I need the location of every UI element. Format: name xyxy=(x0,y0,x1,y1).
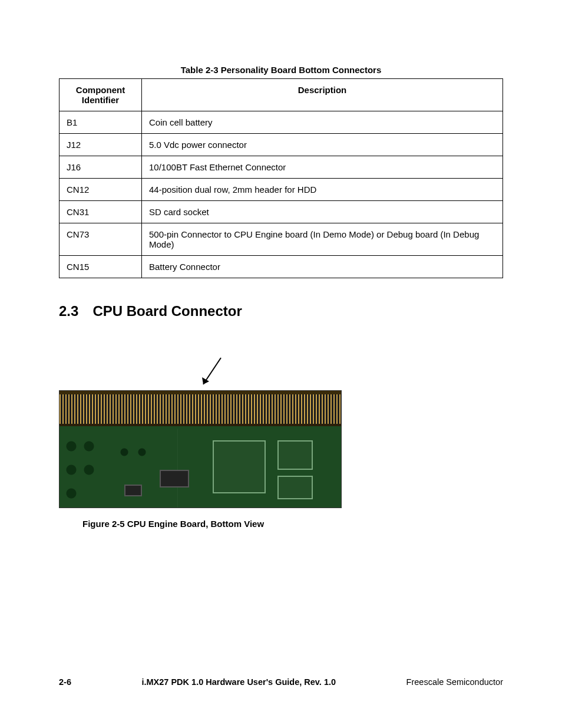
table-row: J12 5.0 Vdc power connector xyxy=(59,134,503,156)
cell-id: CN15 xyxy=(59,256,142,278)
cell-id: CN73 xyxy=(59,223,142,256)
table-row: CN12 44-position dual row, 2mm header fo… xyxy=(59,179,503,201)
page-footer: 2-6 i.MX27 PDK 1.0 Hardware User's Guide… xyxy=(59,677,503,687)
figure-caption: Figure 2-5 CPU Engine Board, Bottom View xyxy=(82,519,503,529)
header-description: Description xyxy=(142,79,503,111)
page-number: 2-6 xyxy=(59,677,71,687)
table-row: J16 10/100BT Fast Ethernet Connector xyxy=(59,156,503,179)
cell-desc: Coin cell battery xyxy=(142,111,503,134)
table-header-row: Component Identifier Description xyxy=(59,79,503,111)
cell-desc: 500-pin Connector to CPU Engine board (I… xyxy=(142,223,503,256)
doc-title: i.MX27 PDK 1.0 Hardware User's Guide, Re… xyxy=(141,677,336,687)
section-number: 2.3 xyxy=(59,303,78,319)
cell-desc: SD card socket xyxy=(142,201,503,223)
table-caption: Table 2-3 Personality Board Bottom Conne… xyxy=(59,65,503,75)
table-row: CN31 SD card socket xyxy=(59,201,503,223)
board-image xyxy=(59,390,342,508)
section-heading: 2.3CPU Board Connector xyxy=(59,303,503,319)
cell-id: CN31 xyxy=(59,201,142,223)
table-row: CN15 Battery Connector xyxy=(59,256,503,278)
svg-marker-1 xyxy=(202,377,209,384)
cell-id: J12 xyxy=(59,134,142,156)
cell-desc: 10/100BT Fast Ethernet Connector xyxy=(142,156,503,179)
figure: Figure 2-5 CPU Engine Board, Bottom View xyxy=(59,355,503,529)
section-title: CPU Board Connector xyxy=(92,303,242,319)
table-row: CN73 500-pin Connector to CPU Engine boa… xyxy=(59,223,503,256)
connectors-table: Component Identifier Description B1 Coin… xyxy=(59,78,503,278)
header-component-id: Component Identifier xyxy=(59,79,142,111)
cell-id: CN12 xyxy=(59,179,142,201)
company-name: Freescale Semiconductor xyxy=(406,677,503,687)
cell-id: J16 xyxy=(59,156,142,179)
arrow-icon xyxy=(194,355,230,390)
table-row: B1 Coin cell battery xyxy=(59,111,503,134)
cell-desc: 44-position dual row, 2mm header for HDD xyxy=(142,179,503,201)
cell-id: B1 xyxy=(59,111,142,134)
cell-desc: Battery Connector xyxy=(142,256,503,278)
cell-desc: 5.0 Vdc power connector xyxy=(142,134,503,156)
